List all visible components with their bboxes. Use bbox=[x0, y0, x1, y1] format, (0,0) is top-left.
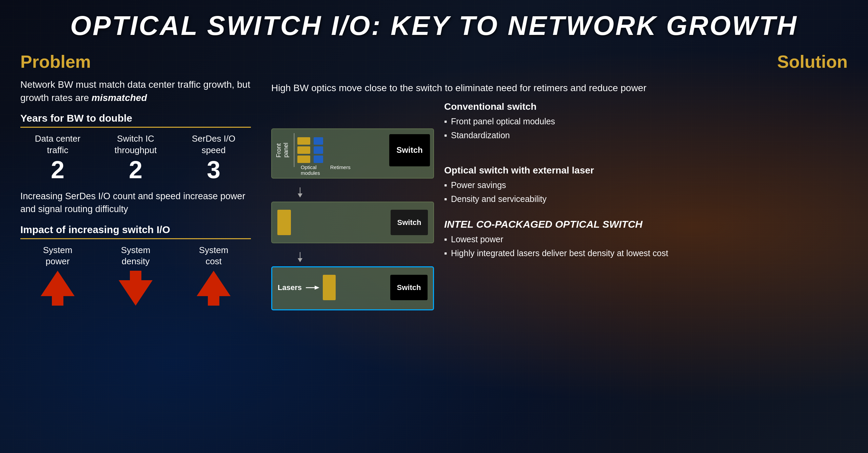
solution-top: Solution High BW optics move close to th… bbox=[271, 52, 848, 95]
switch-box-external: Switch bbox=[391, 210, 428, 235]
desc-intel-bullet-1: Lowest power bbox=[444, 233, 848, 245]
solution-main: Frontpanel bbox=[271, 101, 848, 315]
diagram-external-laser: Switch bbox=[271, 202, 434, 243]
front-panel-label: Frontpanel bbox=[275, 143, 290, 158]
desc-intel-bullet-2: Highly integrated lasers deliver best de… bbox=[444, 247, 848, 259]
bw-section: Years for BW to double Data centertraffi… bbox=[20, 112, 251, 182]
impact-power-label: Systempower bbox=[20, 245, 95, 268]
arrow-head-up-icon bbox=[41, 271, 75, 296]
desc-external: Optical switch with external laser Power… bbox=[444, 158, 848, 212]
impact-cost: Systemcost bbox=[176, 245, 251, 306]
page-title: OPTICAL SWITCH I/O: KEY TO NETWORK GROWT… bbox=[20, 10, 848, 41]
desc-intel: INTEL CO-PACKAGED OPTICAL SWITCH Lowest … bbox=[444, 212, 848, 266]
problem-intro: Network BW must match data center traffi… bbox=[20, 78, 251, 104]
metric-datacenter: Data centertraffic 2 bbox=[20, 133, 95, 182]
svg-marker-3 bbox=[298, 258, 302, 262]
co-packaged-module bbox=[323, 275, 336, 300]
desc-external-list: Power savings Density and serviceability bbox=[444, 179, 848, 207]
metric-switchic-label: Switch ICthroughput bbox=[98, 133, 173, 156]
switch-box-copackaged: Switch bbox=[390, 275, 428, 300]
solution-header: Solution bbox=[777, 52, 848, 72]
external-module bbox=[277, 210, 291, 235]
down-arrow-connector-2 bbox=[295, 252, 305, 262]
metric-switchic-value: 2 bbox=[98, 158, 173, 182]
arrow-up-cost bbox=[176, 271, 251, 306]
impact-power: Systempower bbox=[20, 245, 95, 306]
metric-datacenter-value: 2 bbox=[20, 158, 95, 182]
desc-conventional-list: Front panel optical modules Standardizat… bbox=[444, 116, 848, 143]
impact-density-label: Systemdensity bbox=[98, 245, 173, 268]
optical-module-2 bbox=[297, 146, 310, 154]
solution-intro: High BW optics move close to the switch … bbox=[271, 81, 848, 95]
diagram-box-copackaged: Lasers Switch bbox=[271, 266, 434, 310]
laser-arrow-icon bbox=[306, 284, 319, 292]
metric-switchic: Switch ICthroughput 2 bbox=[98, 133, 173, 182]
arrow-shaft-density bbox=[130, 271, 141, 280]
arrow-up-power bbox=[20, 271, 95, 306]
problem-section: Problem Network BW must match data cente… bbox=[20, 52, 251, 314]
arrow-head-down-icon bbox=[119, 280, 153, 306]
diagram-co-packaged: Lasers Switch bbox=[271, 266, 434, 310]
desc-conventional-title: Conventional switch bbox=[444, 101, 848, 112]
arrow-head-up-cost-icon bbox=[197, 271, 231, 296]
impact-cost-label: Systemcost bbox=[176, 245, 251, 268]
lasers-label: Lasers bbox=[278, 283, 302, 292]
desc-external-bullet-1: Power savings bbox=[444, 179, 848, 191]
bw-title: Years for BW to double bbox=[20, 112, 251, 128]
switch-box-conventional: Switch bbox=[389, 134, 430, 166]
retimer-3 bbox=[314, 156, 323, 163]
down-arrow-connector-1 bbox=[295, 187, 305, 198]
desc-external-bullet-2: Density and serviceability bbox=[444, 193, 848, 205]
desc-intel-title: INTEL CO-PACKAGED OPTICAL SWITCH bbox=[444, 219, 848, 230]
arrow-shaft-cost bbox=[208, 296, 219, 306]
metric-serdes-label: SerDes I/Ospeed bbox=[176, 133, 251, 156]
connector-1 bbox=[271, 187, 434, 198]
retimer-1 bbox=[314, 137, 323, 145]
retimers-label: Retimers bbox=[330, 164, 351, 176]
desc-external-title: Optical switch with external laser bbox=[444, 165, 848, 176]
impact-section: Impact of increasing switch I/O Systempo… bbox=[20, 224, 251, 306]
diagram-conventional: Frontpanel bbox=[271, 128, 434, 179]
optical-modules-label: Opticalmodules bbox=[301, 164, 320, 176]
impact-grid: Systempower Systemdensity bbox=[20, 245, 251, 306]
metric-serdes-value: 3 bbox=[176, 158, 251, 182]
desc-intel-list: Lowest power Highly integrated lasers de… bbox=[444, 233, 848, 261]
solution-section: Solution High BW optics move close to th… bbox=[271, 52, 848, 315]
desc-conventional-bullet-1: Front panel optical modules bbox=[444, 116, 848, 127]
arrow-down-density bbox=[98, 271, 173, 306]
diagrams-column: Frontpanel bbox=[271, 101, 434, 315]
impact-density: Systemdensity bbox=[98, 245, 173, 306]
diagram-box-external: Switch bbox=[271, 202, 434, 243]
optical-module-1 bbox=[297, 137, 310, 145]
desc-conventional: Conventional switch Front panel optical … bbox=[444, 101, 848, 158]
metric-datacenter-label: Data centertraffic bbox=[20, 133, 95, 156]
optical-module-3 bbox=[297, 156, 310, 163]
problem-header: Problem bbox=[20, 52, 251, 72]
svg-marker-5 bbox=[315, 286, 319, 290]
connector-2 bbox=[271, 252, 434, 262]
impact-title: Impact of increasing switch I/O bbox=[20, 224, 251, 239]
diagram-box-conventional: Frontpanel bbox=[271, 128, 434, 179]
descriptions-column: Conventional switch Front panel optical … bbox=[444, 101, 848, 315]
bw-grid: Data centertraffic 2 Switch ICthroughput… bbox=[20, 133, 251, 182]
arrow-shaft bbox=[52, 296, 63, 306]
metric-serdes: SerDes I/Ospeed 3 bbox=[176, 133, 251, 182]
svg-marker-1 bbox=[298, 193, 302, 198]
desc-conventional-bullet-2: Standardization bbox=[444, 129, 848, 141]
retimer-2 bbox=[314, 146, 323, 154]
increasing-text: Increasing SerDes I/O count and speed in… bbox=[20, 190, 251, 216]
